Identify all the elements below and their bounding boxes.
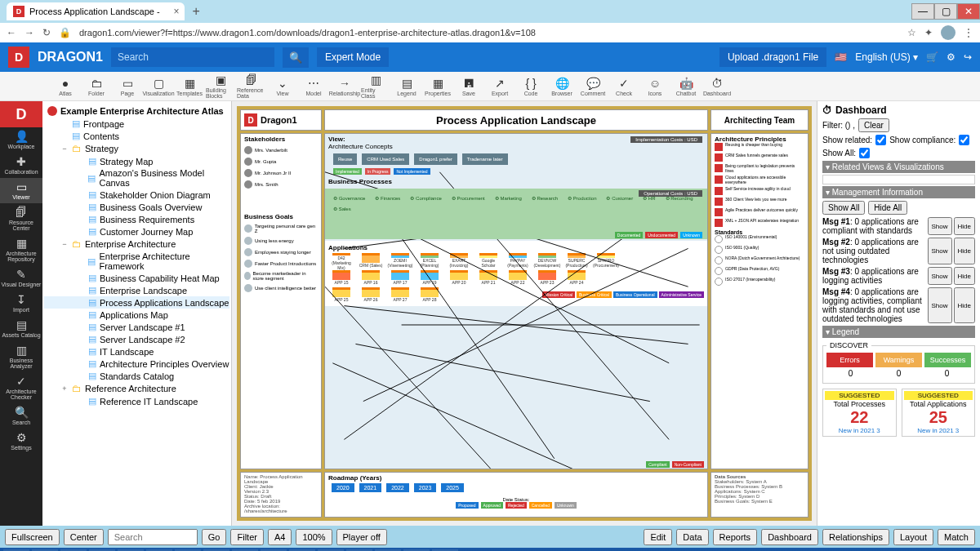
tree-node[interactable]: ▤Amazon's Business Model Canvas xyxy=(44,167,229,189)
toolbar-reference-data[interactable]: 🗐Reference Data xyxy=(237,73,266,99)
show-all-checkbox[interactable] xyxy=(859,148,870,158)
tree-node[interactable]: ▤Standards Catalog xyxy=(44,370,229,382)
relationships-button[interactable]: Relationships xyxy=(822,529,889,545)
maximize-button[interactable]: ▢ xyxy=(934,3,957,20)
show-button[interactable]: Show xyxy=(928,217,952,235)
toolbar-dashboard[interactable]: ⏱Dashboard xyxy=(702,77,732,96)
new-tab-button[interactable]: + xyxy=(188,4,205,19)
dock-architecture-repository[interactable]: ▦Architecture Repository xyxy=(0,234,42,265)
section-related[interactable]: ▾ Related Views & Visualizations xyxy=(822,161,975,173)
bottom-player-off-button[interactable]: Player off xyxy=(336,529,387,545)
toolbar-atlas[interactable]: ●Atlas xyxy=(51,77,80,96)
logout-icon[interactable]: ↪ xyxy=(964,51,972,63)
fullscreen-button[interactable]: Fullscreen xyxy=(5,529,60,545)
toolbar-entity-class[interactable]: ▥Entity Class xyxy=(361,73,390,99)
toolbar-browser[interactable]: 🌐Browser xyxy=(547,77,577,96)
gear-icon[interactable]: ⚙ xyxy=(947,51,956,63)
tree-node[interactable]: ▤Server Landscape #1 xyxy=(44,321,229,333)
search-input[interactable] xyxy=(111,47,274,67)
dock-assets-catalog[interactable]: ▤Assets Catalog xyxy=(0,316,42,341)
toolbar-comment[interactable]: 💬Comment xyxy=(578,77,608,96)
toolbar-page[interactable]: ▭Page xyxy=(113,77,142,96)
tree-node[interactable]: ▤IT Landscape xyxy=(44,345,229,358)
tree-node[interactable]: ▤Business Requirements xyxy=(44,213,229,225)
hide-all-button[interactable]: Hide All xyxy=(868,201,907,215)
bottom-a4-button[interactable]: A4 xyxy=(268,529,292,545)
toolbar-view[interactable]: ⌄View xyxy=(268,77,297,96)
tree-node[interactable]: ▤Applications Map xyxy=(44,309,229,321)
toolbar-visualization[interactable]: ▢Visualization xyxy=(144,77,173,96)
dock-collaboration[interactable]: ✚Collaboration xyxy=(0,153,42,178)
dock-search[interactable]: 🔍Search xyxy=(0,403,42,429)
toolbar-relationship[interactable]: →Relationship xyxy=(330,77,359,96)
back-icon[interactable]: ← xyxy=(7,27,16,38)
show-button[interactable]: Show xyxy=(928,287,952,323)
toolbar-building-blocks[interactable]: ▣Building Blocks xyxy=(206,73,235,99)
tree-node[interactable]: −🗀Enterprise Architecture xyxy=(44,238,229,251)
bottom-search-input[interactable] xyxy=(108,529,198,545)
dock-architecture-checker[interactable]: ✓Architecture Checker xyxy=(0,372,42,403)
extensions-icon[interactable]: ✦ xyxy=(924,27,933,38)
hide-button[interactable]: Hide xyxy=(954,238,975,264)
tree-node[interactable]: ▤Stakeholder Onion Diagram xyxy=(44,189,229,201)
avatar[interactable] xyxy=(941,25,956,40)
dock-workplace[interactable]: 👤Workplace xyxy=(0,127,42,153)
dashboard-button[interactable]: Dashboard xyxy=(761,529,818,545)
forward-icon[interactable]: → xyxy=(24,27,34,38)
dock-visual-designer[interactable]: ✎Visual Designer xyxy=(0,265,42,291)
data-button[interactable]: Data xyxy=(676,529,708,545)
clear-button[interactable]: Clear xyxy=(858,118,889,132)
show-compliance-checkbox[interactable] xyxy=(959,135,969,145)
search-button[interactable]: 🔍 xyxy=(283,47,309,68)
tree-node[interactable]: ▤Frontpage xyxy=(44,118,229,130)
tree-node[interactable]: ▤Enterprise Architecture Framework xyxy=(44,251,229,272)
toolbar-templates[interactable]: ▦Templates xyxy=(175,77,204,96)
tree-node[interactable]: ▤Business Goals Overview xyxy=(44,201,229,213)
toolbar-properties[interactable]: ▦Properties xyxy=(423,77,452,96)
tree-node[interactable]: ▤Enterprise Landscape xyxy=(44,284,229,296)
diagram-canvas[interactable]: D Dragon1 Process Application Landscape … xyxy=(237,106,812,521)
tree-node[interactable]: ▤Contents xyxy=(44,130,229,142)
url-field[interactable]: dragon1.com/viewer?f=https://www.dragon1… xyxy=(79,28,899,38)
match-button[interactable]: Match xyxy=(938,529,975,545)
tree-node[interactable]: ▤Strategy Map xyxy=(44,155,229,167)
expert-mode-button[interactable]: Expert Mode xyxy=(317,47,389,67)
tree-root[interactable]: Example Enterprise Architecture Atlas xyxy=(44,104,229,118)
dock-import[interactable]: ↧Import xyxy=(0,291,42,316)
toolbar-check[interactable]: ✓Check xyxy=(609,77,639,96)
edit-button[interactable]: Edit xyxy=(644,529,672,545)
toolbar-legend[interactable]: ▤Legend xyxy=(392,77,421,96)
bottom-filter-button[interactable]: Filter xyxy=(230,529,263,545)
show-button[interactable]: Show xyxy=(928,267,952,285)
upload-button[interactable]: Upload .dragon1 File xyxy=(719,47,826,67)
toolbar-model[interactable]: ⋯Model xyxy=(299,77,328,96)
dock-business-analyzer[interactable]: ▥Business Analyzer xyxy=(0,341,42,372)
tree-node[interactable]: +🗀Reference Architecture xyxy=(44,382,229,395)
discover-errors-button[interactable]: Errors xyxy=(826,353,873,367)
bottom-100%-button[interactable]: 100% xyxy=(296,529,332,545)
toolbar-folder[interactable]: 🗀Folder xyxy=(82,77,111,96)
hide-button[interactable]: Hide xyxy=(954,267,975,285)
tree-node[interactable]: ▤Customer Journey Map xyxy=(44,225,229,238)
discover-successes-button[interactable]: Successes xyxy=(924,353,971,367)
menu-icon[interactable]: ⋮ xyxy=(964,27,973,38)
language-selector[interactable]: English (US) ▾ xyxy=(855,51,918,63)
reload-icon[interactable]: ↻ xyxy=(42,27,51,38)
discover-warnings-button[interactable]: Warnings xyxy=(875,353,922,367)
close-icon[interactable]: × xyxy=(174,6,180,17)
center-button[interactable]: Center xyxy=(64,529,104,545)
tree-node[interactable]: ▤Business Capability Heat Map xyxy=(44,272,229,284)
go-button[interactable]: Go xyxy=(202,529,227,545)
show-related-checkbox[interactable] xyxy=(875,135,886,145)
tree-node[interactable]: ▤Server Landscape #2 xyxy=(44,333,229,345)
section-mgmt[interactable]: ▾ Management Information xyxy=(822,186,975,198)
tree-node[interactable]: ▤Architecture Principles Overview xyxy=(44,358,229,370)
tree-node[interactable]: ▤Process Applications Landscape xyxy=(44,296,229,309)
reports-button[interactable]: Reports xyxy=(713,529,758,545)
browser-tab[interactable]: D Process Application Landscape - × xyxy=(7,2,185,20)
dock-settings[interactable]: ⚙Settings xyxy=(0,429,42,454)
hide-button[interactable]: Hide xyxy=(954,217,975,235)
toolbar-icons[interactable]: ☺Icons xyxy=(640,77,670,96)
toolbar-export[interactable]: ↗Export xyxy=(485,77,514,96)
hide-button[interactable]: Hide xyxy=(954,287,975,323)
